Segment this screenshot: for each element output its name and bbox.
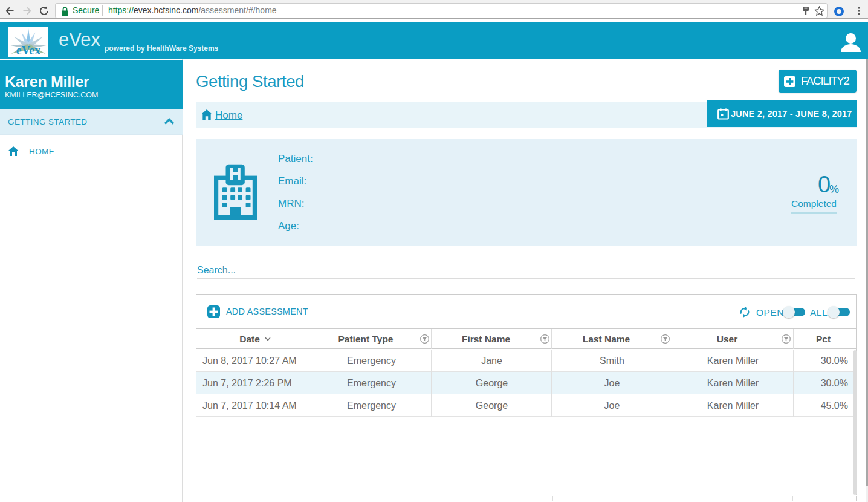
svg-text:eVex: eVex: [16, 44, 40, 57]
